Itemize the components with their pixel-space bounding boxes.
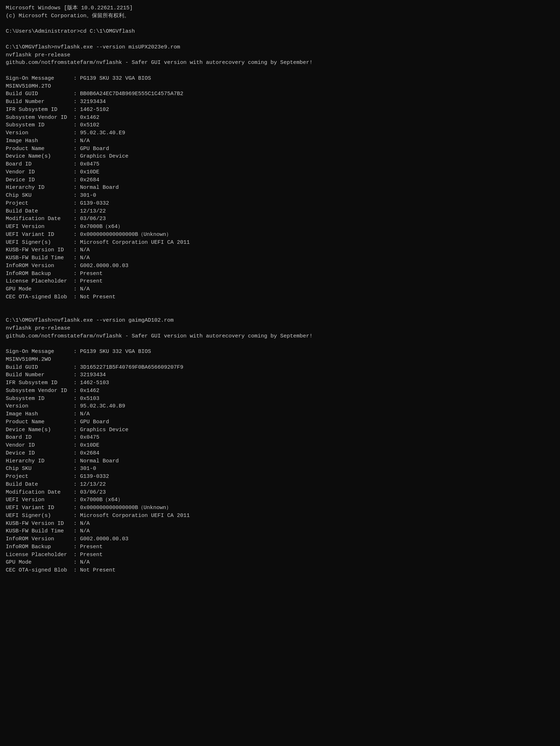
terminal-line-67: KUSB-FW Build Time : N/A: [6, 527, 554, 535]
field-value: : 0x7000B（x64）: [74, 497, 123, 503]
terminal-line-7: github.com/notfromstatefarm/nvflashk - S…: [6, 59, 554, 67]
terminal-line-15: Subsystem ID : 0x5102: [6, 121, 554, 129]
field-value: : Graphics Device: [74, 427, 128, 433]
field-value: : 1462-5103: [74, 380, 109, 386]
field-value: : G002.0000.00.03: [74, 263, 128, 269]
field-label: Version: [6, 130, 74, 136]
field-value: : 301-0: [74, 192, 96, 199]
field-label: UEFI Variant ID: [6, 232, 74, 238]
field-label: InfoROM Version: [6, 536, 74, 542]
field-label: KUSB-FW Version ID: [6, 521, 74, 527]
terminal-line-21: Vendor ID : 0x10DE: [6, 168, 554, 176]
terminal-line-62: Modification Date : 03/06/23: [6, 489, 554, 496]
terminal-line-56: Vendor ID : 0x10DE: [6, 442, 554, 449]
field-value: : N/A: [74, 247, 90, 253]
field-label: Sign-On Message: [6, 349, 74, 355]
field-value: : N/A: [74, 138, 90, 144]
field-label: Version: [6, 403, 74, 409]
field-label: Modification Date: [6, 216, 74, 222]
terminal-line-60: Project : G139-0332: [6, 473, 554, 481]
field-value: : 0x1462: [74, 115, 99, 121]
terminal-line-3: C:\Users\Administrator>cd C:\1\OMGVflash: [6, 28, 554, 36]
terminal-line-39: [6, 309, 554, 317]
field-label: Subsystem ID: [6, 122, 74, 128]
terminal-line-41: nvflashk pre-release: [6, 325, 554, 332]
field-value: : 12/13/22: [74, 481, 106, 488]
terminal-line-1: (c) Microsoft Corporation。保留所有权利。: [6, 12, 554, 20]
terminal-line-47: Build Number : 32193434: [6, 371, 554, 379]
field-value: : Present: [74, 278, 103, 284]
terminal-line-19: Device Name(s) : Graphics Device: [6, 153, 554, 160]
field-label: Product Name: [6, 146, 74, 152]
field-value: : 3D1652271B5F40769F0BA656609207F9: [74, 364, 183, 370]
field-label: Image Hash: [6, 411, 74, 417]
field-label: CEC OTA-signed Blob: [6, 567, 74, 573]
field-label: GPU Mode: [6, 559, 74, 565]
terminal-line-13: IFR Subsystem ID : 1462-5102: [6, 106, 554, 114]
field-value: : Microsoft Corporation UEFI CA 2011: [74, 513, 190, 519]
field-value: : 32193434: [74, 99, 106, 105]
terminal-line-66: KUSB-FW Version ID : N/A: [6, 520, 554, 528]
field-label: Subsystem Vendor ID: [6, 115, 74, 121]
field-value: : N/A: [74, 286, 90, 292]
terminal-line-31: KUSB-FW Version ID : N/A: [6, 246, 554, 254]
field-value: : 0x5102: [74, 122, 99, 128]
terminal-line-69: InfoROM Backup : Present: [6, 543, 554, 551]
field-value: : N/A: [74, 521, 90, 527]
field-value: : N/A: [74, 528, 90, 534]
field-label: Build GUID: [6, 364, 74, 370]
terminal-line-12: Build Number : 32193434: [6, 98, 554, 106]
field-value: : 0x5103: [74, 396, 99, 402]
field-value: : 301-0: [74, 466, 96, 472]
terminal-line-2: [6, 20, 554, 28]
field-value: : 03/06/23: [74, 489, 106, 495]
field-value: : G139-0332: [74, 474, 109, 480]
field-label: Device Name(s): [6, 427, 74, 433]
terminal-line-63: UEFI Version : 0x7000B（x64）: [6, 496, 554, 504]
field-value: : Normal Board: [74, 458, 119, 464]
terminal-line-30: UEFI Signer(s) : Microsoft Corporation U…: [6, 239, 554, 247]
field-label: Project: [6, 474, 74, 480]
field-label: Product Name: [6, 419, 74, 425]
field-label: KUSB-FW Build Time: [6, 528, 74, 534]
terminal-line-64: UEFI Variant ID : 0x000000000000000B（Unk…: [6, 504, 554, 512]
terminal-line-9: Sign-On Message : PG139 SKU 332 VGA BIOS: [6, 75, 554, 83]
field-value: : G139-0332: [74, 200, 109, 206]
field-label: Build GUID: [6, 91, 74, 97]
field-value: : N/A: [74, 559, 90, 565]
field-label: License Placeholder: [6, 278, 74, 284]
field-label: IFR Subsystem ID: [6, 380, 74, 386]
terminal-line-37: CEC OTA-signed Blob : Not Present: [6, 293, 554, 301]
terminal-line-50: Subsystem ID : 0x5103: [6, 395, 554, 403]
field-value: : 0x1462: [74, 388, 99, 394]
terminal-line-57: Device ID : 0x2684: [6, 449, 554, 457]
terminal-line-27: Modification Date : 03/06/23: [6, 215, 554, 223]
field-value: : Not Present: [74, 567, 116, 573]
field-value: : BB0B6A24EC7D4B969E555C1C4575A7B2: [74, 91, 183, 97]
field-value: : PG139 SKU 332 VGA BIOS: [74, 349, 151, 355]
field-value: : 03/06/23: [74, 216, 106, 222]
terminal-line-24: Chip SKU : 301-0: [6, 192, 554, 200]
terminal-line-38: [6, 301, 554, 309]
field-value: : 95.02.3C.40.B9: [74, 403, 125, 409]
field-label: UEFI Variant ID: [6, 505, 74, 511]
terminal-line-65: UEFI Signer(s) : Microsoft Corporation U…: [6, 512, 554, 520]
field-label: CEC OTA-signed Blob: [6, 294, 74, 300]
terminal-line-51: Version : 95.02.3C.40.B9: [6, 402, 554, 410]
terminal-line-58: Hierarchy ID : Normal Board: [6, 457, 554, 465]
field-label: Build Number: [6, 99, 74, 105]
terminal-line-55: Board ID : 0x0475: [6, 434, 554, 442]
field-value: : 0x000000000000000B（Unknown）: [74, 505, 171, 511]
terminal-line-16: Version : 95.02.3C.40.E9: [6, 129, 554, 137]
field-label: Vendor ID: [6, 442, 74, 448]
terminal-line-32: KUSB-FW Build Time : N/A: [6, 254, 554, 262]
terminal-line-33: InfoROM Version : G002.0000.00.03: [6, 262, 554, 270]
field-value: : Graphics Device: [74, 153, 128, 159]
terminal-line-4: [6, 36, 554, 43]
terminal-line-68: InfoROM Version : G002.0000.00.03: [6, 535, 554, 543]
terminal-line-44: Sign-On Message : PG139 SKU 332 VGA BIOS: [6, 348, 554, 356]
field-label: InfoROM Backup: [6, 271, 74, 277]
field-label: Vendor ID: [6, 169, 74, 175]
terminal-line-35: License Placeholder : Present: [6, 278, 554, 285]
field-value: : Present: [74, 552, 103, 558]
